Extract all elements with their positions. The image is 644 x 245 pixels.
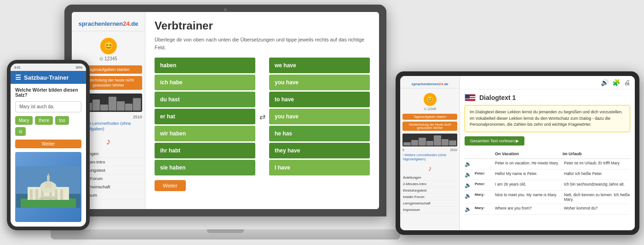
verb-left-3[interactable]: er hat [155,109,255,124]
speaker-name-3: Mary: [475,192,492,197]
dialog-row-1: 🔉 Peter: Hello! My name is Peter. Hallo!… [465,169,630,180]
dialog-german-2: Ich bin sechsundzwanzig Jahre alt. [564,182,630,187]
speaker-icon-3[interactable]: 🔉 [465,192,472,199]
tablet-bar-1 [403,142,411,146]
verb-trainer-area: Verbtrainer Überlege dir von oben nach u… [145,12,379,209]
tablet-nav: Anleitungen 2-Minuten-Intro Einstufungst… [400,175,460,213]
verb-right-5[interactable]: they have [269,143,370,158]
phone-word-btn-2[interactable]: too [55,116,69,125]
tablet-nav-2[interactable]: Einstufungstest [400,187,460,194]
svg-rect-9 [60,189,63,200]
verb-left-0[interactable]: haben [155,58,255,73]
dialog-english-2: I am 26 years old. [495,182,561,187]
tablet-avatar-circle: 😊 [424,93,437,106]
phone-device: 9:41 60% ☰ Satzbau-Trainer Welche Wörter… [7,60,90,230]
svg-rect-11 [45,181,52,188]
laptop-screen: sprachenlernen24.de 😊 ⊙ 12345 Tagesaufga… [72,12,379,209]
verb-right-3[interactable]: you have [269,109,370,124]
verb-right-column: we have you have to have you have he has… [269,58,370,175]
tablet-logo-text: sprachenlernen24.de [411,82,448,86]
phone-image-area [15,152,81,222]
dialog-row-3: 🔉 Mary: Nice to meet you. My name is Mar… [465,191,630,204]
tablet-more-link[interactable]: › Weitere Lernmethoden (ohne Tagesaufgab… [400,152,460,163]
dialog-english-1: Hello! My name is Peter. [495,171,561,176]
hamburger-icon[interactable]: ☰ [15,74,21,81]
tablet-nav-4[interactable]: Lerngemeinschaft [400,200,460,207]
phone-weiter-button[interactable]: Weiter [15,140,81,148]
verb-right-0[interactable]: we have [269,58,370,73]
verb-right-4[interactable]: he has [269,126,370,141]
dialog-german-0: Peter ist im Urlaub. Er trifft Mary. [564,161,630,165]
tablet-main-content: 🔊 🧩 🖨 Dialogtext 1 Im Dialogtext dieser … [460,76,635,230]
laptop-body: sprachenlernen24.de 😊 ⊙ 12345 Tagesaufga… [64,5,386,216]
dialog-english-4: Where are you from? [495,206,561,210]
avatar-circle: 😊 [100,38,117,54]
verb-right-2[interactable]: to have [269,92,370,107]
verb-left-5[interactable]: ihr habt [155,143,255,158]
phone-word-btn-0[interactable]: Mary [15,116,33,125]
dialog-english-3: Nice to meet you. My name is Mary. [495,192,561,197]
verb-right-6[interactable]: I have [269,160,370,175]
phone-word-btn-1[interactable]: there [35,116,53,125]
tablet-screen: sprachenlernen24.de 😊 ⊙ 12345 Tagesaufga… [400,76,635,230]
tablet-nav-5[interactable]: Impressum [400,207,460,213]
dialog-row-4: 🔉 Mary: Where are you from? Woher kommst… [465,204,630,215]
chart-bar-8 [133,98,141,111]
tablet-bar-6 [442,139,449,146]
laptop-base [51,229,400,239]
speaker-icon-0[interactable]: 🔉 [465,161,472,167]
dialog-german-1: Hallo! Ich heiße Peter. [564,171,630,176]
capitol-image [16,166,80,208]
tablet-dialog-content: Dialogtext 1 Im Dialogtext dieser Lektio… [460,89,635,230]
tablet-userid: ⊙ 12345 [402,107,458,111]
verb-right-1[interactable]: you have [269,75,370,90]
tablet-avatar: 😊 ⊙ 12345 [400,91,460,113]
gesamten-text-button[interactable]: Gesamten Text vorlesen ▶ [465,136,524,146]
speaker-icon-1[interactable]: 🔉 [465,171,472,178]
tablet-wiederholung-button[interactable]: Wiederholung der heute nicht gewussten W… [402,122,457,131]
phone-word-btn-3[interactable]: is [15,127,26,136]
tablet-logo: sprachenlernen24.de [400,80,460,88]
dialog-row-2: 🔉 Peter: I am 26 years old. Ich bin sech… [465,180,630,191]
tablet-tagesaufgaben-button[interactable]: Tagesaufgaben starten [402,114,457,120]
tablet-bar-7 [449,140,456,146]
tablet-stats-left: 0 [402,148,404,152]
speaker-icon-4[interactable]: 🔉 [465,206,472,212]
sidebar-logo: sprachenlernen24.de [72,17,145,31]
tablet-nav-1[interactable]: 2-Minuten-Intro [400,181,460,187]
svg-rect-14 [39,198,58,199]
print-icon[interactable]: 🖨 [624,79,630,86]
verb-left-1[interactable]: ich habe [155,75,255,90]
verb-left-2[interactable]: du hast [155,92,255,107]
tablet-top-bar: 🔊 🧩 🖨 [460,76,635,89]
dialog-row-0: 🔉 Peter is on vacation. He meets Mary. P… [465,159,630,169]
phone-word-buttons-container: Mary there too is [11,116,86,140]
tablet-bar-3 [419,138,426,146]
sidebar-avatar-area: 😊 ⊙ 12345 [72,35,145,64]
phone-header: ☰ Satzbau-Trainer [11,71,86,84]
verb-left-column: haben ich habe du hast er hat wir haben … [155,58,255,175]
verb-left-6[interactable]: sie haben [155,160,255,175]
tablet-device: sprachenlernen24.de 😊 ⊙ 12345 Tagesaufga… [396,71,639,235]
tablet-nav-0[interactable]: Anleitungen [400,175,460,181]
speaker-icon[interactable]: 🔊 [601,79,609,86]
dialog-row-header: On Vacation Im Urlaub [465,150,630,159]
verb-trainer-table: haben ich habe du hast er hat wir haben … [155,58,370,175]
tablet-top-icons: 🔊 🧩 🖨 [601,79,630,86]
tablet-nav-3[interactable]: Insider-Forum [400,194,460,200]
tablet-chart [402,134,457,146]
shuffle-column: ⇄ [255,58,269,175]
verb-trainer-weiter-button[interactable]: Weiter [155,180,186,191]
phone-answer-box: Mary ist auch da. [15,101,81,112]
verb-trainer-title: Verbtrainer [155,19,370,32]
shuffle-icon[interactable]: ⇄ [259,112,265,121]
svg-rect-12 [47,175,50,181]
phone-time: 9:41 [14,66,21,69]
chart-bar-3 [92,99,100,111]
laptop-device: sprachenlernen24.de 😊 ⊙ 12345 Tagesaufga… [51,5,400,239]
speaker-icon-2[interactable]: 🔉 [465,182,472,188]
usa-flag-icon [465,94,476,101]
puzzle-icon[interactable]: 🧩 [612,79,620,86]
verb-left-4[interactable]: wir haben [155,126,255,141]
tablet-bar-2 [411,140,419,146]
